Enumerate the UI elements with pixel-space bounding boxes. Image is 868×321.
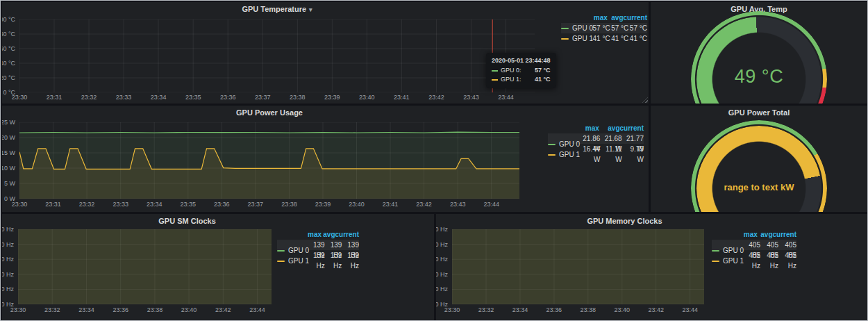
series-dash-icon: [561, 38, 569, 40]
legend-header[interactable]: current: [773, 229, 796, 240]
panel-title-text: GPU SM Clocks: [158, 217, 216, 225]
gpu-temperature-chart[interactable]: [19, 19, 535, 92]
panel-menu-caret-icon: ▾: [309, 6, 312, 13]
x-axis-tick: 23:40: [615, 306, 631, 313]
x-axis-tick: 23:34: [147, 201, 162, 208]
legend-value: 405 Hz: [760, 250, 778, 271]
panel-title-text: GPU Power Usage: [236, 108, 303, 117]
legend-series-toggle[interactable]: GPU 1: [712, 256, 742, 266]
x-axis-tick: 23:42: [428, 94, 444, 101]
legend-header[interactable]: current: [624, 13, 647, 23]
legend-header[interactable]: avg: [608, 13, 624, 23]
legend-header[interactable]: max: [578, 123, 599, 133]
legend-gpu-memory-clocks: maxavgcurrentGPU 0405 Hz405 Hz405 HzGPU …: [712, 229, 796, 261]
x-axis-tick: 23:44: [498, 94, 514, 101]
y-axis-tick: 20 Hz: [436, 286, 448, 293]
y-axis-tick: 40 Hz: [2, 271, 14, 278]
panel-title-gpu-memory-clocks[interactable]: GPU Memory Clocks: [452, 217, 797, 225]
legend-series-toggle[interactable]: GPU 1: [277, 256, 308, 266]
gpu-temperature-plot[interactable]: [19, 19, 535, 92]
x-axis-tick: 23:36: [220, 94, 236, 101]
x-axis-tick: 23:39: [324, 94, 340, 101]
panel-title-gpu-sm-clocks[interactable]: GPU SM Clocks: [18, 217, 356, 225]
legend-series-toggle[interactable]: GPU 0: [712, 245, 742, 256]
legend-value: 57 °C: [592, 23, 610, 33]
panel-title-gpu-power-usage[interactable]: GPU Power Usage: [19, 108, 519, 117]
legend-row: GPU 057 °C57 °C57 °C: [561, 23, 647, 33]
x-axis-tick: 23:38: [147, 306, 163, 313]
legend-value: 57 °C: [610, 23, 629, 33]
x-axis-tick: 23:42: [416, 201, 432, 208]
y-axis-tick: 40 °C: [2, 60, 15, 67]
gpu-sm-clocks-plot[interactable]: [18, 229, 272, 304]
tooltip-series-name: GPU 0:: [501, 66, 521, 75]
chart-tooltip: 2020-05-01 23:44:48 GPU 0:57 °C GPU 1:41…: [486, 53, 556, 88]
legend-gpu-power-usage: maxavgcurrentGPU 021.86 W21.68 W21.77 WG…: [548, 123, 644, 154]
y-axis-tick: 100 Hz: [436, 226, 448, 233]
panel-resize-handle[interactable]: [642, 97, 648, 103]
gpu-sm-clocks-chart[interactable]: [18, 229, 272, 304]
series-dash-icon: [492, 70, 498, 72]
x-axis: 23:3023:3223:3423:3623:3823:4023:4223:44: [452, 306, 704, 313]
legend-value: 139 Hz: [325, 250, 342, 271]
legend-value: 16.44 W: [578, 144, 600, 165]
gpu-power-usage-plot[interactable]: [19, 122, 519, 199]
panel-title-text: GPU Power Total: [728, 108, 790, 117]
x-axis: 23:3023:3123:3223:3323:3423:3523:3623:37…: [19, 201, 519, 208]
y-axis: 100 Hz80 Hz60 Hz40 Hz20 Hz0 Hz: [436, 229, 450, 304]
x-axis-tick: 23:40: [359, 94, 375, 101]
x-axis-tick: 23:32: [478, 306, 494, 313]
x-axis-tick: 23:32: [81, 94, 97, 101]
panel-title-gpu-temperature[interactable]: GPU Temperature▾: [19, 5, 535, 13]
legend-header[interactable]: current: [620, 123, 644, 133]
legend-series-toggle[interactable]: GPU 1: [548, 149, 578, 160]
legend-header-row: maxavgcurrent: [712, 229, 796, 240]
x-axis-tick: 23:43: [463, 94, 479, 101]
series-dash-icon: [548, 154, 556, 156]
x-axis-tick: 23:36: [112, 306, 128, 313]
x-axis-tick: 23:33: [116, 94, 132, 101]
legend-series-toggle[interactable]: GPU 0: [548, 139, 578, 149]
y-axis-tick: 100 Hz: [2, 226, 14, 233]
y-axis-tick: 5 W: [4, 180, 15, 187]
y-axis: 25 W20 W15 W10 W5 W0 W: [2, 122, 17, 199]
legend-header[interactable]: avg: [322, 229, 335, 240]
legend-value: 41 °C: [628, 33, 647, 44]
series-dash-icon: [561, 28, 569, 29]
x-axis-tick: 23:36: [546, 306, 562, 313]
x-axis-tick: 23:39: [315, 201, 331, 208]
y-axis: 100 °C80 °C60 °C40 °C20 °C0 °C: [2, 19, 17, 92]
legend-header[interactable]: avg: [599, 123, 620, 133]
gpu-memory-clocks-plot[interactable]: [452, 229, 704, 304]
x-axis-tick: 23:34: [78, 306, 94, 313]
series-dash-icon: [548, 144, 556, 145]
tooltip-series-value: 41 °C: [529, 75, 551, 84]
legend-series-toggle[interactable]: GPU 0: [277, 245, 308, 256]
x-axis-tick: 23:34: [151, 94, 167, 101]
legend-header[interactable]: current: [335, 229, 359, 240]
panel-title-gpu-power-total[interactable]: GPU Power Total: [651, 108, 867, 117]
x-axis-tick: 23:30: [444, 306, 460, 313]
x-axis-tick: 23:44: [682, 306, 698, 313]
gpu-memory-clocks-chart[interactable]: [452, 229, 704, 304]
legend-header[interactable]: max: [308, 229, 322, 240]
y-axis-tick: 40 Hz: [436, 271, 448, 278]
x-axis-tick: 23:44: [483, 201, 499, 208]
legend-gpu-sm-clocks: maxavgcurrentGPU 0139 Hz139 Hz139 HzGPU …: [277, 229, 359, 261]
y-axis-tick: 20 Hz: [2, 286, 14, 293]
gpu-power-usage-chart[interactable]: [19, 122, 519, 199]
legend-header[interactable]: max: [592, 13, 608, 23]
legend-header[interactable]: max: [742, 229, 758, 240]
tooltip-timestamp: 2020-05-01 23:44:48: [492, 57, 551, 64]
legend-value: 41 °C: [610, 33, 629, 44]
x-axis: 23:3023:3123:3223:3323:3423:3523:3623:37…: [19, 94, 535, 101]
legend-series-toggle[interactable]: GPU 1: [561, 33, 592, 44]
legend-value: 405 Hz: [778, 250, 796, 271]
panel-gpu-temperature: GPU Temperature▾ 100 °C80 °C60 °C40 °C20…: [2, 2, 649, 104]
tooltip-row: GPU 0:57 °C: [492, 66, 551, 75]
legend-header[interactable]: avg: [758, 229, 773, 240]
legend-series-toggle[interactable]: GPU 0: [561, 23, 592, 33]
tooltip-series-name: GPU 1:: [501, 75, 521, 84]
y-axis-tick: 60 Hz: [2, 256, 14, 263]
gauge-value-text: range to text kW: [651, 182, 867, 192]
